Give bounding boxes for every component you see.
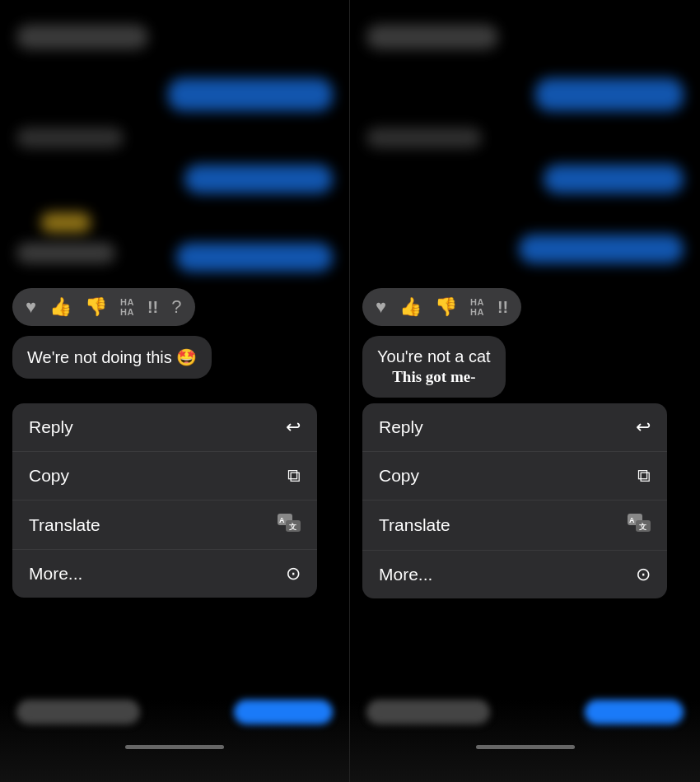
context-menu-left: Reply ↩ Copy ⧉ Translate A 文 More... ⊙: [12, 403, 317, 598]
translate-icon-right: A 文: [628, 514, 651, 537]
more-icon-right: ⊙: [636, 564, 651, 585]
heart-reaction-icon-right[interactable]: ♥: [376, 296, 386, 318]
blur-element: [41, 212, 91, 233]
message-text-right-line1: You're not a cat: [377, 347, 491, 365]
blur-element: [184, 165, 333, 193]
blur-element: [176, 243, 333, 272]
translate-icon-left: A 文: [278, 514, 301, 536]
blur-element: [16, 243, 115, 263]
reply-icon-left: ↩: [286, 417, 301, 438]
translate-menu-item-right[interactable]: Translate A 文: [362, 500, 667, 551]
more-label-right: More...: [379, 565, 432, 584]
svg-text:A: A: [279, 516, 285, 524]
right-panel: ♥ 👍 👎 HAHA !! You're not a cat This got …: [350, 0, 700, 782]
blur-element: [366, 25, 498, 49]
message-text-left: We're not doing this 🤩: [27, 348, 197, 366]
home-indicator-left: [125, 745, 224, 749]
svg-text:文: 文: [639, 523, 646, 531]
blur-element: [544, 165, 684, 193]
thumbsdown-reaction-icon[interactable]: 👎: [85, 296, 107, 318]
context-menu-right: Reply ↩ Copy ⧉ Translate A 文 More... ⊙: [362, 403, 667, 598]
more-menu-item-right[interactable]: More... ⊙: [362, 551, 667, 598]
bottom-bubbles-right: [350, 687, 700, 737]
left-background: [0, 0, 349, 782]
message-bubble-right: You're not a cat This got me-: [362, 336, 506, 398]
translate-menu-item-left[interactable]: Translate A 文: [12, 500, 317, 550]
copy-label-right: Copy: [379, 466, 419, 486]
copy-menu-item-right[interactable]: Copy ⧉: [362, 452, 667, 500]
haha-reaction-icon[interactable]: HAHA: [120, 297, 134, 317]
reply-menu-item-left[interactable]: Reply ↩: [12, 403, 317, 452]
exclaim-reaction-icon-right[interactable]: !!: [497, 298, 508, 317]
blur-element: [168, 78, 333, 111]
copy-menu-item-left[interactable]: Copy ⧉: [12, 452, 317, 500]
copy-label-left: Copy: [29, 466, 69, 486]
reply-icon-right: ↩: [636, 417, 651, 438]
left-panel: ♥ 👍 👎 HAHA !! ? We're not doing this 🤩 R…: [0, 0, 350, 782]
bottom-bubble: [585, 700, 684, 724]
copy-icon-left: ⧉: [287, 465, 301, 486]
haha-reaction-icon-right[interactable]: HAHA: [470, 297, 484, 317]
reply-menu-item-right[interactable]: Reply ↩: [362, 403, 667, 452]
svg-text:A: A: [629, 516, 635, 524]
blur-element: [16, 128, 124, 148]
translate-label-left: Translate: [29, 515, 100, 535]
copy-icon-right: ⧉: [637, 465, 651, 486]
reaction-bar-right: ♥ 👍 👎 HAHA !!: [362, 288, 521, 326]
bottom-bubble: [234, 700, 333, 724]
reaction-bar-left: ♥ 👍 👎 HAHA !! ?: [12, 288, 195, 326]
bottom-bubble: [16, 700, 140, 724]
blur-element: [366, 128, 482, 148]
more-menu-item-left[interactable]: More... ⊙: [12, 550, 317, 598]
svg-text:文: 文: [289, 523, 296, 531]
exclaim-reaction-icon[interactable]: !!: [147, 298, 158, 317]
more-icon-left: ⊙: [286, 563, 301, 584]
blur-element: [519, 235, 684, 263]
blur-element: [16, 25, 148, 49]
thumbsup-reaction-icon[interactable]: 👍: [49, 296, 72, 318]
bottom-bubbles-left: [0, 687, 349, 737]
more-label-left: More...: [29, 564, 82, 584]
bottom-bubble: [366, 700, 490, 724]
heart-reaction-icon[interactable]: ♥: [26, 296, 36, 318]
question-reaction-icon[interactable]: ?: [171, 296, 181, 318]
reply-label-right: Reply: [379, 417, 423, 437]
thumbsdown-reaction-icon-right[interactable]: 👎: [435, 296, 457, 318]
message-bubble-left: We're not doing this 🤩: [12, 336, 212, 379]
blur-element: [535, 78, 684, 111]
message-text-right-line2: This got me-: [377, 368, 491, 386]
thumbsup-reaction-icon-right[interactable]: 👍: [399, 296, 422, 318]
home-indicator-right: [476, 745, 575, 749]
translate-label-right: Translate: [379, 515, 450, 535]
reply-label-left: Reply: [29, 417, 73, 437]
